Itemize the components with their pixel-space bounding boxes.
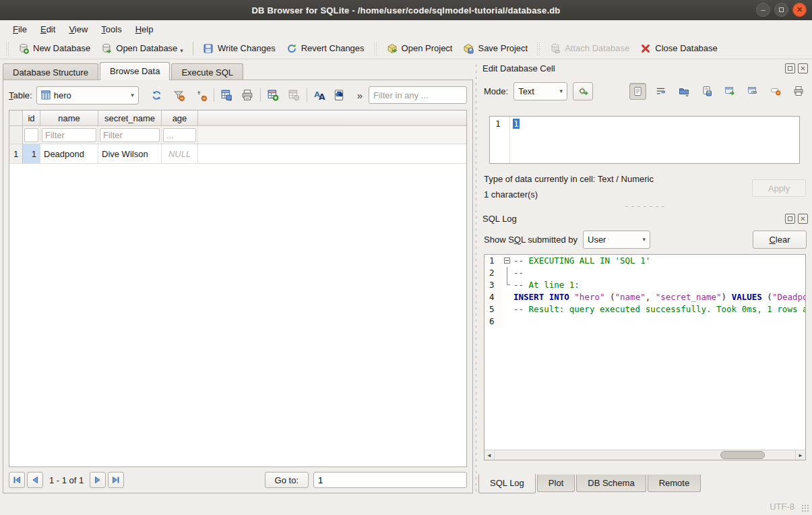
close-button[interactable]: ✕ xyxy=(792,3,807,17)
column-header-filler xyxy=(198,111,466,125)
vertical-splitter[interactable] xyxy=(474,62,478,494)
menu-file[interactable]: File xyxy=(7,22,33,36)
toolbar-overflow-chevron[interactable]: » xyxy=(354,90,365,101)
first-page-button[interactable] xyxy=(9,472,25,488)
chevron-down-icon: ▾ xyxy=(637,236,646,243)
fold-line xyxy=(507,267,507,279)
clear-filter-icon xyxy=(173,90,185,101)
revert-changes-button[interactable]: Revert Changes xyxy=(281,40,370,57)
sql-log-editor[interactable]: 1 -- EXECUTING ALL IN 'SQL 1' 2 -- 3 -- … xyxy=(484,254,806,460)
scrollbar-thumb[interactable] xyxy=(720,451,766,459)
open-project-button[interactable]: Open Project xyxy=(381,40,458,57)
clear-filters-button[interactable] xyxy=(170,87,187,104)
import-data-button[interactable] xyxy=(675,83,692,100)
tab-execute-sql[interactable]: Execute SQL xyxy=(171,63,243,80)
write-changes-button[interactable]: Write Changes xyxy=(197,40,281,57)
grid-header-row: id name secret_name age xyxy=(9,111,466,126)
scroll-left-arrow[interactable]: ◀ xyxy=(485,450,495,460)
tab-browse-data[interactable]: Browse Data xyxy=(100,62,170,80)
cell-age[interactable]: NULL xyxy=(162,144,198,163)
encoding-indicator[interactable]: UTF-8 xyxy=(770,502,794,512)
last-page-button[interactable] xyxy=(108,472,124,488)
open-database-dropdown-caret[interactable]: ▾ xyxy=(180,47,183,54)
word-wrap-button[interactable] xyxy=(652,83,669,100)
menu-edit[interactable]: Edit xyxy=(34,22,61,36)
save-project-icon xyxy=(463,43,474,54)
row-filler xyxy=(198,144,466,163)
mode-select[interactable]: Text ▾ xyxy=(513,82,567,100)
main-toolbar: New Database Open Database ▾ Write Chang… xyxy=(0,38,812,59)
float-icon xyxy=(788,216,792,221)
toolbar-drag-handle[interactable] xyxy=(5,42,10,55)
print-cell-button[interactable] xyxy=(790,83,807,100)
cell-editor-content[interactable]: 1 xyxy=(513,119,520,129)
tab-plot[interactable]: Plot xyxy=(537,475,575,492)
close-database-button[interactable]: Close Database xyxy=(635,40,723,57)
dock-float-button[interactable] xyxy=(785,63,795,73)
insert-record-button[interactable] xyxy=(265,87,282,104)
clear-log-button[interactable]: Clear xyxy=(753,231,807,249)
filter-input-secret-name[interactable] xyxy=(100,128,160,142)
fold-marker[interactable] xyxy=(502,255,513,267)
cell-editor[interactable]: 1 1 xyxy=(489,116,800,164)
fold-collapse-icon[interactable] xyxy=(504,258,510,264)
save-table-button[interactable] xyxy=(218,87,235,104)
auto-switch-icon xyxy=(577,86,588,96)
filter-any-column-input[interactable] xyxy=(369,86,467,104)
cell-count-text: 1 character(s) xyxy=(484,189,538,200)
set-null-button[interactable] xyxy=(767,83,784,100)
horizontal-scrollbar[interactable]: ◀ ▶ xyxy=(485,450,805,460)
dock-float-button[interactable] xyxy=(785,214,795,224)
prev-page-button[interactable] xyxy=(27,472,43,488)
filter-input-id[interactable] xyxy=(24,128,38,142)
next-page-button[interactable] xyxy=(90,472,106,488)
cell-name[interactable]: Deadpond xyxy=(40,144,98,163)
column-header-secret-name[interactable]: secret_name xyxy=(98,111,162,125)
scrollbar-track[interactable] xyxy=(495,450,795,460)
clear-sorting-button[interactable] xyxy=(193,87,210,104)
menu-tools[interactable]: Tools xyxy=(95,22,127,36)
dock-close-button[interactable]: ✕ xyxy=(798,214,808,224)
maximize-button[interactable] xyxy=(774,3,788,17)
goto-button[interactable]: Go to: xyxy=(265,472,309,488)
edit-display-format-button[interactable]: AA xyxy=(311,87,328,104)
menu-help[interactable]: Help xyxy=(129,22,160,36)
tab-db-schema[interactable]: DB Schema xyxy=(576,475,646,492)
auto-switch-mode-button[interactable] xyxy=(573,82,593,100)
dock-close-button[interactable]: ✕ xyxy=(798,63,808,73)
scroll-right-arrow[interactable]: ▶ xyxy=(795,450,805,460)
column-header-id[interactable]: id xyxy=(23,111,40,125)
print-button[interactable] xyxy=(239,87,256,104)
find-in-table-button[interactable] xyxy=(331,87,348,104)
cell-id[interactable]: 1 xyxy=(23,144,40,163)
filter-input-age[interactable] xyxy=(163,128,196,142)
column-header-name[interactable]: name xyxy=(40,111,98,125)
filter-gutter xyxy=(9,126,23,144)
cell-secret-name[interactable]: Dive Wilson xyxy=(98,144,162,163)
export-data-button[interactable] xyxy=(698,83,715,100)
sql-source-select[interactable]: User ▾ xyxy=(583,231,650,249)
column-header-age[interactable]: age xyxy=(162,111,198,125)
goto-input[interactable] xyxy=(313,472,467,488)
open-database-button[interactable]: Open Database ▾ xyxy=(96,40,189,57)
tab-remote[interactable]: Remote xyxy=(648,475,701,492)
filter-input-name[interactable] xyxy=(42,128,96,142)
resize-grip[interactable] xyxy=(801,504,810,513)
copy-link-button[interactable] xyxy=(744,83,761,100)
save-project-button[interactable]: Save Project xyxy=(458,40,533,57)
left-panel: Database Structure Browse Data Execute S… xyxy=(3,62,473,494)
minimize-button[interactable]: – xyxy=(756,3,770,17)
grid-corner[interactable] xyxy=(9,111,23,125)
tab-database-structure[interactable]: Database Structure xyxy=(3,63,98,80)
text-mode-toggle[interactable] xyxy=(629,83,646,100)
new-database-button[interactable]: New Database xyxy=(13,40,96,57)
open-in-external-button[interactable] xyxy=(721,83,738,100)
sql-log-controls: Show SQL submitted by User ▾ Clear xyxy=(478,229,812,249)
tab-sql-log[interactable]: SQL Log xyxy=(478,474,536,493)
table-select[interactable]: hero ▾ xyxy=(36,86,139,104)
menu-view[interactable]: View xyxy=(63,22,94,36)
horizontal-splitter[interactable] xyxy=(625,204,665,209)
table-row: 1 1 Deadpond Dive Wilson NULL xyxy=(9,144,466,164)
row-number[interactable]: 1 xyxy=(9,144,23,163)
refresh-button[interactable] xyxy=(148,87,165,104)
